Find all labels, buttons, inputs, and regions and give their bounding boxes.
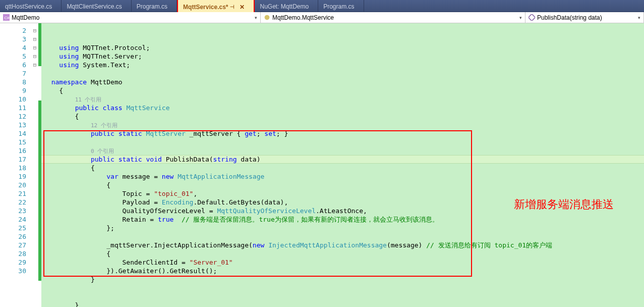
code-line[interactable]: }).GetAwaiter().GetResult();: [41, 267, 644, 275]
line-number: 23: [0, 207, 26, 215]
tab-qtthostservice-cs[interactable]: qttHostService.cs: [0, 0, 62, 12]
line-number: 27: [0, 241, 26, 249]
tab-label: qttHostService.cs: [5, 3, 52, 10]
line-number: 4: [0, 43, 26, 52]
chevron-down-icon: ▾: [255, 15, 257, 20]
svg-text:C#: C#: [4, 16, 10, 20]
line-number: 13: [0, 121, 26, 129]
line-number: 14: [0, 129, 26, 138]
tab-label: MqttService.cs*: [183, 4, 228, 11]
close-icon[interactable]: ✕: [240, 4, 245, 11]
code-line[interactable]: Topic = "topic_01",: [41, 189, 644, 198]
line-number: 24: [0, 215, 26, 224]
line-number-gutter: 2345678910111213141516171819202122232425…: [0, 23, 31, 307]
tab-label: Program.cs: [137, 3, 167, 10]
line-number: 10: [0, 95, 26, 104]
line-number: 7: [0, 69, 26, 78]
line-number: 12: [0, 112, 26, 121]
code-line[interactable]: var message = new MqttApplicationMessage: [41, 172, 644, 181]
line-number: 22: [0, 198, 26, 207]
tab-mqttclientservice-cs[interactable]: MqttClientService.cs: [62, 0, 131, 12]
code-line[interactable]: 12 个引用: [41, 121, 644, 129]
line-number: 11: [0, 104, 26, 112]
fold-toggle[interactable]: ⊟: [31, 43, 38, 52]
tab-label: NuGet: MqttDemo: [260, 3, 309, 10]
line-number: 21: [0, 189, 26, 198]
tab-bar: qttHostService.csMqttClientService.csPro…: [0, 0, 644, 12]
fold-toggle[interactable]: ⊟: [31, 52, 38, 61]
tab-nuget--mqttdemo[interactable]: NuGet: MqttDemo: [255, 0, 318, 12]
tab-program-cs[interactable]: Program.cs: [132, 0, 177, 12]
code-line[interactable]: [41, 138, 644, 146]
svg-point-2: [265, 15, 270, 20]
code-line[interactable]: {: [41, 86, 644, 95]
nav-member-dropdown[interactable]: PublishData(string data) ▾: [525, 12, 644, 23]
line-number: 17: [0, 155, 26, 164]
code-line[interactable]: using System.Text;: [41, 61, 644, 69]
line-number: 20: [0, 181, 26, 189]
tab-program-cs[interactable]: Program.cs: [318, 0, 364, 12]
line-number: 29: [0, 258, 26, 267]
line-number: 15: [0, 138, 26, 146]
svg-rect-3: [529, 14, 535, 21]
code-line[interactable]: }: [41, 275, 644, 284]
code-area[interactable]: using MQTTnet.Protocol; using MQTTnet.Se…: [41, 23, 644, 307]
pin-icon[interactable]: ⊣: [230, 4, 235, 10]
class-icon: [264, 14, 270, 21]
fold-toggle[interactable]: ⊟: [31, 26, 38, 35]
code-line[interactable]: public static MqttServer _mqttServer { g…: [41, 129, 644, 138]
method-icon: [529, 14, 535, 21]
code-line[interactable]: Retain = true // 服务端是否保留消息。true为保留，如果有新的…: [41, 215, 644, 224]
line-number: 28: [0, 249, 26, 258]
code-line[interactable]: SenderClientId = "Server_01": [41, 258, 644, 267]
code-line[interactable]: }: [41, 301, 644, 307]
line-number: 8: [0, 78, 26, 86]
code-line[interactable]: {: [41, 181, 644, 189]
chevron-down-icon: ▾: [638, 15, 640, 20]
line-number: 18: [0, 164, 26, 172]
tab-mqttservice-cs-[interactable]: MqttService.cs*⊣✕: [177, 0, 255, 12]
code-line[interactable]: };: [41, 224, 644, 232]
code-line[interactable]: [41, 69, 644, 78]
nav-project-label: MqttDemo: [12, 14, 39, 21]
line-number: 19: [0, 172, 26, 181]
line-number: 5: [0, 52, 26, 61]
code-line[interactable]: 11 个引用: [41, 95, 644, 104]
line-number: 9: [0, 86, 26, 95]
code-line[interactable]: _mqttServer.InjectApplicationMessage(new…: [41, 241, 644, 249]
nav-class-label: MqttDemo.MqttService: [272, 14, 334, 21]
line-number: 25: [0, 224, 26, 232]
code-line[interactable]: {: [41, 112, 644, 121]
code-line[interactable]: using MQTTnet.Protocol;: [41, 43, 644, 52]
code-line[interactable]: public class MqttService: [41, 104, 644, 112]
tab-label: Program.cs: [323, 3, 354, 10]
csharp-project-icon: C#: [3, 14, 10, 21]
code-line[interactable]: public static void PublishData(string da…: [41, 155, 644, 164]
nav-class-dropdown[interactable]: MqttDemo.MqttService ▾: [261, 12, 525, 23]
chevron-down-icon: ▾: [519, 15, 522, 20]
nav-project-dropdown[interactable]: C# MqttDemo ▾: [0, 12, 261, 23]
fold-toggle[interactable]: ⊟: [31, 61, 38, 69]
code-line[interactable]: {: [41, 249, 644, 258]
line-number: 16: [0, 146, 26, 155]
code-editor[interactable]: 2345678910111213141516171819202122232425…: [0, 23, 644, 307]
line-number: 6: [0, 61, 26, 69]
code-line[interactable]: 0 个引用: [41, 146, 644, 155]
line-number: 3: [0, 35, 26, 43]
annotation-label: 新增服务端消息推送: [514, 200, 614, 209]
code-line[interactable]: namespace MqttDemo: [41, 78, 644, 86]
fold-toggle[interactable]: ⊟: [31, 35, 38, 43]
code-line[interactable]: [41, 292, 644, 301]
tab-label: MqttClientService.cs: [67, 3, 122, 10]
code-line[interactable]: using MQTTnet.Server;: [41, 52, 644, 61]
code-line[interactable]: {: [41, 164, 644, 172]
nav-member-label: PublishData(string data): [537, 14, 602, 21]
line-number: 26: [0, 232, 26, 241]
line-number: 30: [0, 267, 26, 275]
code-line[interactable]: [41, 232, 644, 241]
nav-bar: C# MqttDemo ▾ MqttDemo.MqttService ▾ Pub…: [0, 12, 644, 23]
folding-gutter[interactable]: ⊟⊟⊟⊟⊟: [31, 23, 38, 307]
line-number: 2: [0, 26, 26, 35]
code-line[interactable]: [41, 284, 644, 292]
